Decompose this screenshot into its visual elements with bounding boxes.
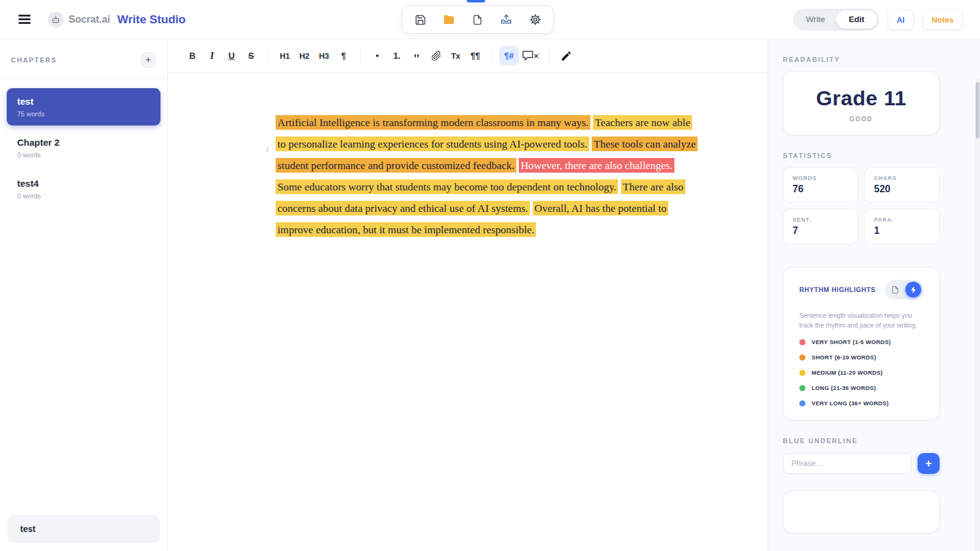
legend-label: LONG (21-35 WORDS) bbox=[812, 384, 876, 391]
chapters-sidebar: CHAPTERS + test 75 words Chapter 2 0 wor… bbox=[0, 39, 168, 551]
document-paragraph[interactable]: Artificial Intelligence is transforming … bbox=[276, 112, 699, 241]
heading2-button[interactable]: H2 bbox=[295, 46, 314, 66]
sentence-highlight[interactable]: However, there are also challenges. bbox=[519, 158, 674, 173]
save-icon bbox=[415, 14, 426, 26]
bullet-list-button[interactable]: • bbox=[368, 46, 387, 66]
stat-value: 1 bbox=[874, 225, 930, 236]
sentence-highlight[interactable]: Artificial Intelligence is transforming … bbox=[276, 115, 590, 130]
mode-toggle: Write Edit bbox=[793, 9, 879, 31]
draw-pencil-button[interactable] bbox=[556, 46, 576, 66]
gear-icon bbox=[529, 13, 541, 26]
text-editor-canvas[interactable]: 1 Artificial Intelligence is transformin… bbox=[168, 73, 767, 241]
heading1-button[interactable]: H1 bbox=[275, 46, 295, 66]
stat-words: WORDS 76 bbox=[783, 167, 858, 203]
add-chapter-button[interactable]: + bbox=[140, 52, 156, 68]
sentence-highlight-toggle-button[interactable]: ¶# bbox=[499, 46, 519, 66]
panel-scrollbar-thumb[interactable] bbox=[976, 82, 979, 138]
hamburger-menu-icon[interactable] bbox=[18, 13, 31, 26]
readability-grade: Grade 11 bbox=[783, 86, 939, 110]
folder-icon bbox=[443, 13, 455, 26]
stat-sentences: SENT. 7 bbox=[783, 209, 858, 244]
remove-comment-button[interactable] bbox=[519, 46, 542, 66]
chapter-name: test bbox=[17, 96, 150, 107]
mode-write-button[interactable]: Write bbox=[795, 10, 836, 29]
mode-edit-button[interactable]: Edit bbox=[836, 10, 877, 29]
numbered-list-button[interactable]: 1. bbox=[387, 46, 407, 66]
export-button[interactable] bbox=[496, 9, 518, 31]
document-icon bbox=[891, 286, 899, 294]
very-short-dot-icon bbox=[799, 339, 805, 345]
blue-underline-heading: BLUE UNDERLINE bbox=[783, 437, 980, 444]
chapter-name: Chapter 2 bbox=[17, 137, 150, 148]
header-actions: Write Edit AI Notes bbox=[793, 9, 963, 31]
format-toolbar: B I U S H1 H2 H3 ¶ • 1. " Tx ¶¶ ¶# bbox=[168, 39, 767, 73]
toolbar-separator bbox=[268, 48, 268, 63]
legend-item: SHORT (6-10 WORDS) bbox=[799, 354, 923, 361]
legend-label: VERY LONG (36+ WORDS) bbox=[812, 400, 889, 407]
legend-item: VERY LONG (36+ WORDS) bbox=[799, 400, 923, 407]
settings-button[interactable] bbox=[524, 9, 546, 31]
new-document-button[interactable] bbox=[467, 9, 489, 31]
robot-logo-icon bbox=[48, 12, 64, 28]
toolbar-separator bbox=[492, 48, 492, 63]
very-long-dot-icon bbox=[799, 400, 805, 407]
panel-scrollbar-track[interactable] bbox=[975, 78, 980, 551]
toolbar-separator bbox=[549, 48, 549, 63]
legend-item: LONG (21-35 WORDS) bbox=[799, 384, 923, 391]
open-folder-button[interactable] bbox=[438, 9, 460, 31]
attachment-button[interactable] bbox=[426, 46, 446, 66]
paragraph-button[interactable]: ¶ bbox=[334, 46, 353, 66]
legend-label: MEDIUM (11-20 WORDS) bbox=[812, 369, 883, 376]
paragraph-marks-button[interactable]: ¶¶ bbox=[466, 46, 485, 66]
italic-button[interactable]: I bbox=[202, 46, 222, 66]
heading3-button[interactable]: H3 bbox=[314, 46, 334, 66]
blue-underline-controls: + bbox=[783, 453, 980, 474]
readability-status-badge: GOOD bbox=[783, 116, 939, 122]
chapter-word-count: 0 words bbox=[17, 192, 150, 200]
pencil-icon bbox=[560, 50, 572, 62]
write-studio-app: Socrat.ai Write Studio bbox=[0, 0, 980, 551]
bold-button[interactable]: B bbox=[183, 46, 202, 66]
app-header: Socrat.ai Write Studio bbox=[0, 0, 980, 39]
readability-card: Grade 11 GOOD bbox=[783, 71, 940, 135]
phrase-input[interactable] bbox=[783, 453, 911, 474]
stat-label: SENT. bbox=[793, 217, 848, 223]
rhythm-view-toggle bbox=[885, 280, 923, 299]
chapters-heading: CHAPTERS bbox=[11, 56, 57, 64]
legend-label: VERY SHORT (1-5 WORDS) bbox=[812, 339, 891, 345]
toolbar-separator bbox=[360, 48, 361, 63]
rhythm-highlight-view-button[interactable] bbox=[905, 282, 921, 298]
stat-label: WORDS bbox=[793, 175, 848, 181]
save-button[interactable] bbox=[409, 9, 431, 31]
chapter-name: test4 bbox=[17, 178, 150, 189]
ai-button[interactable]: AI bbox=[888, 9, 914, 30]
chapter-item-test[interactable]: test 75 words bbox=[7, 88, 160, 126]
sentence-highlight[interactable]: Some educators worry that students may b… bbox=[276, 179, 618, 194]
lightning-icon bbox=[910, 286, 918, 294]
stat-value: 76 bbox=[793, 184, 848, 195]
blockquote-button[interactable]: " bbox=[407, 46, 426, 66]
rhythm-description: Sentence length visualization helps you … bbox=[799, 310, 923, 330]
sidebar-footer-item[interactable]: test bbox=[7, 515, 160, 543]
chapter-item-chapter-2[interactable]: Chapter 2 0 words bbox=[7, 129, 160, 167]
paperclip-icon bbox=[431, 51, 442, 61]
legend-item: VERY SHORT (1-5 WORDS) bbox=[799, 339, 923, 345]
readability-heading: READABILITY bbox=[783, 56, 980, 63]
notes-button[interactable]: Notes bbox=[922, 9, 963, 30]
statistics-grid: WORDS 76 CHARS 520 SENT. 7 PARA. 1 bbox=[783, 167, 940, 244]
page-title: Write Studio bbox=[118, 13, 186, 26]
editor-main: B I U S H1 H2 H3 ¶ • 1. " Tx ¶¶ ¶# bbox=[168, 39, 767, 551]
chapter-word-count: 75 words bbox=[17, 110, 150, 118]
strikethrough-button[interactable]: S bbox=[241, 46, 261, 66]
stat-value: 520 bbox=[874, 184, 930, 195]
add-phrase-button[interactable]: + bbox=[918, 453, 940, 474]
line-number: 1 bbox=[266, 146, 269, 152]
stat-label: PARA. bbox=[874, 217, 930, 223]
partial-card bbox=[783, 490, 940, 533]
rhythm-highlights-card: RHYTHM HIGHLIGHTS Sentence length visual… bbox=[783, 267, 940, 421]
clear-formatting-button[interactable]: Tx bbox=[446, 46, 466, 66]
chapter-item-test4[interactable]: test4 0 words bbox=[7, 170, 160, 208]
stat-paragraphs: PARA. 1 bbox=[864, 209, 940, 244]
rhythm-document-view-button[interactable] bbox=[887, 282, 903, 298]
underline-button[interactable]: U bbox=[222, 46, 241, 66]
